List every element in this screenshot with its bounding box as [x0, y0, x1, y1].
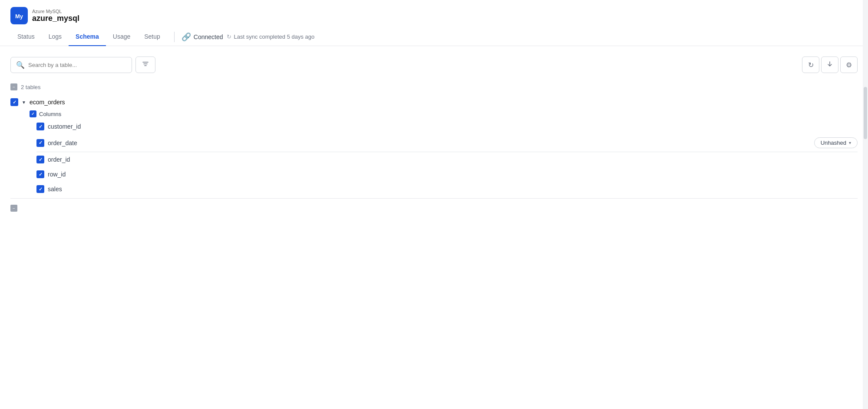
- nav-tabs: Status Logs Schema Usage Setup 🔗 Connect…: [0, 28, 868, 46]
- logo-title: azure_mysql: [32, 14, 79, 23]
- tables-header: − 2 tables: [10, 83, 858, 90]
- column-items: customer_id order_date Unhashed ▾: [36, 119, 858, 196]
- connected-status: 🔗 Connected: [182, 32, 223, 42]
- tables-section: − 2 tables ▼ ecom_orders Columns: [10, 83, 858, 214]
- nav-divider: [174, 32, 175, 42]
- table-checkbox-ecom-orders[interactable]: [10, 98, 18, 106]
- sync-label: Last sync completed 5 days ago: [234, 33, 315, 40]
- sync-info: ↻ Last sync completed 5 days ago: [227, 33, 315, 40]
- collapse-button[interactable]: [821, 57, 838, 73]
- connected-label: Connected: [194, 33, 223, 40]
- hashing-value-order-date: Unhashed: [821, 140, 846, 146]
- logo-container: My Azure MySQL azure_mysql: [10, 7, 79, 24]
- columns-section-ecom-orders: Columns customer_id order_date Unhashe: [30, 109, 858, 196]
- column-checkbox-order-id[interactable]: [36, 156, 44, 163]
- dropdown-arrow-icon: ▾: [849, 140, 851, 145]
- expand-chevron-ecom-orders[interactable]: ▼: [22, 100, 26, 105]
- second-table-row: −: [10, 202, 858, 214]
- tab-usage[interactable]: Usage: [106, 28, 137, 46]
- columns-all-checkbox[interactable]: [30, 110, 36, 117]
- search-input[interactable]: [28, 62, 126, 68]
- column-row-order-date: order_date Unhashed ▾: [36, 134, 858, 152]
- second-table-collapse-icon[interactable]: −: [10, 205, 17, 212]
- column-name-customer-id: customer_id: [48, 123, 858, 130]
- connected-icon: 🔗: [182, 32, 191, 42]
- svg-text:My: My: [15, 13, 23, 20]
- hashing-dropdown-order-date[interactable]: Unhashed ▾: [814, 137, 858, 148]
- column-row-row-id: row_id: [36, 167, 858, 182]
- scrollbar-thumb[interactable]: [864, 87, 867, 139]
- search-icon: 🔍: [16, 61, 25, 69]
- columns-label: Columns: [39, 111, 61, 117]
- gear-icon: ⚙: [846, 61, 852, 69]
- search-container: 🔍: [10, 57, 132, 73]
- collapse-icon: [826, 60, 833, 69]
- filter-icon: [142, 60, 149, 69]
- columns-header: Columns: [30, 109, 858, 119]
- tab-logs[interactable]: Logs: [42, 28, 69, 46]
- column-row-order-id: order_id: [36, 152, 858, 167]
- connection-status: 🔗 Connected ↻ Last sync completed 5 days…: [182, 32, 314, 42]
- refresh-button[interactable]: ↻: [802, 57, 819, 73]
- logo-subtitle: Azure MySQL: [32, 9, 79, 14]
- table-row-ecom-orders: ▼ ecom_orders: [10, 96, 858, 109]
- column-checkbox-order-date[interactable]: [36, 139, 44, 147]
- column-name-order-date: order_date: [48, 140, 811, 146]
- column-row-sales: sales: [36, 182, 858, 196]
- table-item-ecom-orders: ▼ ecom_orders Columns customer_id: [10, 96, 858, 196]
- column-checkbox-customer-id[interactable]: [36, 123, 44, 130]
- sync-icon: ↻: [227, 33, 231, 40]
- settings-button[interactable]: ⚙: [840, 57, 858, 73]
- header: My Azure MySQL azure_mysql: [0, 0, 868, 24]
- column-name-row-id: row_id: [48, 171, 858, 178]
- collapse-all-icon[interactable]: −: [10, 83, 17, 90]
- tab-status[interactable]: Status: [10, 28, 42, 46]
- toolbar-right: ↻ ⚙: [802, 57, 858, 73]
- column-checkbox-row-id[interactable]: [36, 170, 44, 178]
- filter-button[interactable]: [135, 57, 155, 73]
- logo-text: Azure MySQL azure_mysql: [32, 9, 79, 23]
- toolbar: 🔍 ↻ ⚙: [10, 57, 858, 73]
- column-checkbox-sales[interactable]: [36, 185, 44, 193]
- second-table-item: −: [10, 198, 858, 214]
- app-logo-icon: My: [10, 7, 28, 24]
- tables-count-label: 2 tables: [21, 84, 41, 90]
- tab-schema[interactable]: Schema: [69, 28, 106, 46]
- main-content: 🔍 ↻ ⚙: [0, 46, 868, 225]
- column-name-order-id: order_id: [48, 156, 858, 163]
- column-row-customer-id: customer_id: [36, 119, 858, 134]
- column-name-sales: sales: [48, 186, 858, 193]
- table-name-ecom-orders: ecom_orders: [30, 99, 65, 106]
- refresh-icon: ↻: [808, 61, 814, 69]
- scrollbar-track[interactable]: [863, 0, 868, 225]
- tab-setup[interactable]: Setup: [137, 28, 167, 46]
